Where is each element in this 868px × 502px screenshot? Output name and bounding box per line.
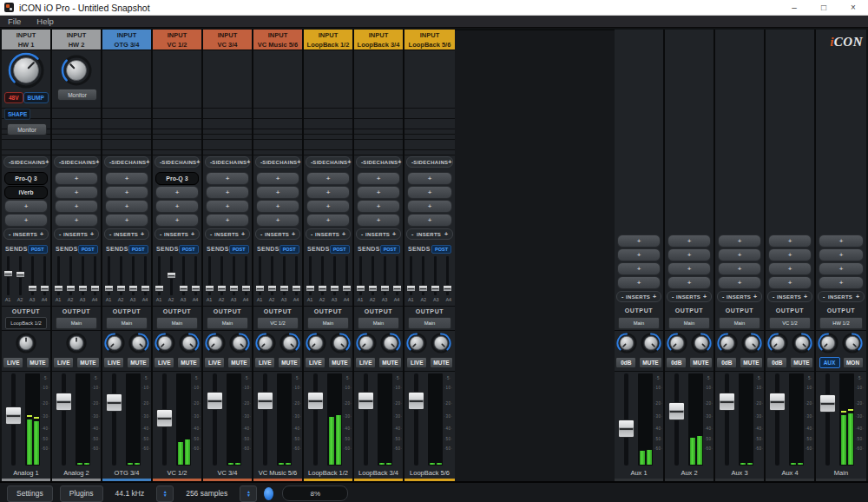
send-fader[interactable] [330, 285, 339, 292]
pan-knob[interactable] [15, 332, 37, 358]
insert-plugin[interactable]: Pro-Q 3 [155, 172, 199, 185]
insert-slot[interactable]: + [819, 234, 864, 248]
mute-button[interactable]: MUTE [430, 357, 452, 368]
insert-add-button[interactable]: + [90, 231, 94, 237]
insert-slot[interactable]: + [718, 234, 761, 248]
pan-knob-right[interactable] [430, 332, 452, 358]
mute-button[interactable]: MUTE [76, 357, 99, 368]
post-toggle[interactable]: POST [431, 245, 451, 254]
insert-remove-button[interactable]: - [773, 294, 774, 300]
inserts-bar[interactable]: - INSERTS + [356, 228, 401, 240]
insert-slot[interactable]: + [617, 234, 661, 248]
insert-slot[interactable]: + [819, 276, 864, 289]
insert-slot[interactable]: + [4, 200, 48, 213]
close-button[interactable]: × [838, 0, 868, 15]
sidechain-add-button[interactable]: + [297, 159, 300, 165]
insert-add-button[interactable]: + [141, 231, 144, 237]
volume-fader[interactable] [719, 393, 735, 411]
gain-mode-button[interactable]: 0dB [615, 357, 636, 368]
send-fader[interactable] [116, 285, 126, 292]
insert-slot[interactable]: + [768, 248, 812, 261]
output-select[interactable]: Main [56, 317, 97, 329]
live-button[interactable]: LIVE [204, 357, 225, 368]
output-select[interactable]: Main [668, 317, 710, 329]
post-toggle[interactable]: POST [128, 245, 148, 254]
volume-fader[interactable] [408, 392, 424, 410]
output-select[interactable]: VC 1/2 [769, 317, 811, 329]
insert-add-button[interactable]: + [653, 294, 656, 300]
mute-button[interactable]: MUTE [278, 357, 300, 368]
post-toggle[interactable]: POST [380, 245, 400, 254]
output-select[interactable]: Main [618, 317, 660, 329]
pan-knob-left[interactable] [154, 332, 176, 358]
insert-add-button[interactable]: + [191, 231, 194, 237]
send-fader[interactable] [306, 285, 315, 292]
insert-slot[interactable]: + [718, 276, 761, 289]
monitor-button[interactable]: Monitor [7, 123, 47, 135]
output-select[interactable]: HW 1/2 [819, 317, 863, 329]
insert-slot[interactable]: + [768, 262, 812, 275]
volume-fader[interactable] [668, 402, 685, 420]
gain-mode-button[interactable]: 0dB [766, 357, 787, 368]
send-fader[interactable] [128, 285, 138, 292]
mute-button[interactable]: MON [843, 357, 864, 368]
insert-slot[interactable]: + [55, 172, 98, 185]
insert-slot[interactable]: + [306, 172, 350, 185]
insert-add-button[interactable]: + [444, 231, 448, 237]
send-fader[interactable] [406, 285, 416, 292]
insert-slot[interactable]: + [617, 262, 661, 275]
pan-knob-right[interactable] [178, 332, 201, 358]
send-fader[interactable] [318, 285, 327, 292]
insert-slot[interactable]: + [55, 200, 98, 213]
insert-slot[interactable]: + [306, 200, 350, 213]
pan-knob-left[interactable] [817, 332, 839, 358]
live-button[interactable]: LIVE [406, 357, 427, 368]
mute-button[interactable]: MUTE [639, 357, 661, 368]
send-fader[interactable] [141, 285, 150, 292]
sidechains-bar[interactable]: - SIDECHAINS + [255, 156, 300, 168]
volume-fader[interactable] [56, 393, 72, 411]
live-button[interactable]: LIVE [3, 357, 23, 368]
output-select[interactable]: Main [358, 317, 399, 329]
insert-remove-button[interactable]: - [260, 231, 262, 237]
insert-slot[interactable]: + [768, 276, 812, 289]
insert-slot[interactable]: + [206, 214, 249, 227]
output-select[interactable]: Main [408, 317, 451, 329]
insert-slot[interactable]: + [206, 172, 249, 185]
inserts-bar[interactable]: - INSERTS + [54, 228, 99, 240]
sidechains-bar[interactable]: - SIDECHAINS + [356, 156, 401, 168]
insert-add-button[interactable]: + [804, 294, 807, 300]
mute-button[interactable]: MUTE [328, 357, 351, 368]
insert-slot[interactable]: + [55, 214, 98, 227]
pan-knob-left[interactable] [666, 332, 688, 358]
insert-slot[interactable]: + [256, 172, 299, 185]
send-fader[interactable] [155, 285, 164, 292]
mute-button[interactable]: MUTE [689, 357, 712, 368]
insert-remove-button[interactable]: - [411, 231, 413, 237]
insert-add-button[interactable]: + [40, 231, 43, 237]
pan-knob-right[interactable] [841, 332, 864, 358]
pan-knob-right[interactable] [740, 332, 763, 358]
gain-knob[interactable] [60, 54, 93, 90]
pan-knob-left[interactable] [405, 332, 428, 358]
volume-fader[interactable] [819, 394, 836, 413]
insert-slot[interactable]: + [155, 214, 199, 227]
send-fader[interactable] [179, 285, 188, 292]
insert-slot[interactable]: + [105, 214, 148, 227]
inserts-bar[interactable]: - INSERTS + [306, 228, 351, 240]
volume-fader[interactable] [769, 393, 786, 411]
live-button[interactable]: LIVE [254, 357, 275, 368]
send-fader[interactable] [241, 285, 251, 292]
insert-slot[interactable]: + [819, 248, 864, 261]
insert-slot[interactable]: + [105, 172, 148, 185]
insert-slot[interactable]: + [105, 186, 148, 199]
send-fader[interactable] [380, 285, 390, 292]
gain-knob[interactable] [7, 51, 45, 93]
sidechains-bar[interactable]: - SIDECHAINS + [3, 156, 49, 168]
send-fader[interactable] [205, 285, 214, 292]
send-fader[interactable] [267, 285, 277, 292]
insert-slot[interactable]: + [407, 172, 452, 185]
send-fader[interactable] [167, 272, 176, 279]
sidechain-add-button[interactable]: + [347, 159, 351, 165]
insert-slot[interactable]: + [667, 248, 711, 261]
